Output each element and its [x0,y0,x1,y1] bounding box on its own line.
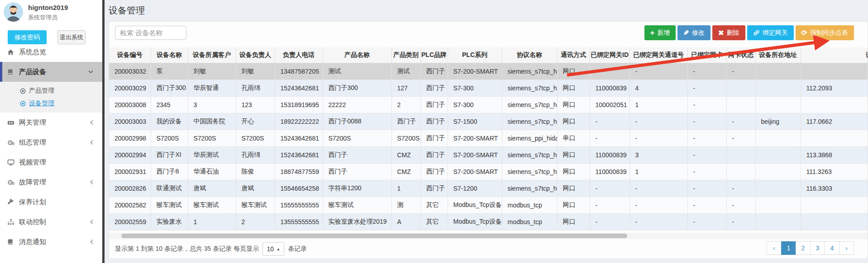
table-cell: siemens_s7tcp_hinet [502,163,557,180]
table-cell: 111.3263 [801,163,868,180]
table-cell: S7-1500 [448,113,502,130]
page-button-4[interactable]: 4 [825,241,839,255]
table-cell [801,96,868,113]
search-input[interactable] [115,26,186,40]
table-cell: 110000839 [590,146,630,163]
table-cell: 西门子 [420,180,448,197]
table-cell: - [590,63,630,80]
table-cell [801,130,868,146]
table-row[interactable]: 200002998S7200SS7200SS7200S15243642681S7… [109,130,868,146]
table-cell: 2 [391,96,420,113]
record-summary: 显示第 1 到第 10 条记录，总共 35 条记录 每页显示 10 ▲ 条记录 [115,239,307,259]
修改-button[interactable]: ✎修改 [677,25,711,40]
table-cell: CMZ [391,163,420,180]
table-row[interactable]: 2000030082345312315318919695222222西门子S7-… [109,96,868,113]
table-cell: 西门子8 [151,163,188,180]
table-cell: 华通石油 [188,163,236,180]
sidebar-item-保养计划[interactable]: 保养计划 [0,192,102,212]
table-cell: siemens_s7tcp_hinet [502,180,557,197]
table-cell: 西门子300 [323,80,391,96]
table-row[interactable]: 200002994西门子XI华辰测试孔雨绵15243642681西门子CMZ西门… [109,146,868,163]
sidebar-item-产品设备[interactable]: 产品设备 [0,62,102,82]
table-row[interactable]: 200002582猴车测试猴车测试猴车测试15555555555猴车测试测其它M… [109,197,868,213]
table-row[interactable]: 200002826联通测试唐斌唐斌15546654258字符串12001西门子S… [109,180,868,197]
column-header-负责人电话: 负责人电话 [275,47,323,63]
table-cell: S7-200-SMART [448,63,502,80]
table-cell: 3 [188,96,236,113]
table-row[interactable]: 200002559实验废水1213555555555实验室废水处理2019A其它… [109,213,868,230]
table-cell: - [630,197,687,213]
gears-icon: ⚙⚙ [7,179,19,186]
book-icon [7,69,19,75]
sidebar-item-视频管理[interactable]: 视频管理 [0,152,102,172]
horizontal-scrollbar-thumb[interactable] [121,234,627,238]
sidebar-menu: 系统总览产品设备产品管理设备管理网关管理⚙⚙组态管理视频管理⚙⚙故障管理保养计划… [0,42,102,252]
sync-icon: ⟳ [801,29,807,37]
chevron-left-icon [90,140,93,145]
sidebar-item-label: 消息通知 [19,238,46,246]
table-cell [755,197,801,213]
submenu-item-设备管理[interactable]: 设备管理 [0,97,102,110]
sidebar-item-联动控制[interactable]: 联动控制 [0,212,102,232]
table-cell: 西门子300 [151,80,188,96]
table-cell: 华辰测试 [188,146,236,163]
table-cell: S7-300 [448,96,502,113]
sidebar-item-故障管理[interactable]: ⚙⚙故障管理 [0,172,102,192]
table-cell: modbus_tcp [502,197,557,213]
page-size-dropdown[interactable]: 10 ▲ [262,242,284,256]
table-cell: 200002582 [109,197,151,213]
table-cell: 西门子0088 [323,113,391,130]
sidebar-divider [102,0,105,263]
table-cell: 4 [630,80,687,96]
table-cell: - [630,63,687,80]
sidebar-item-网关管理[interactable]: 网关管理 [0,113,102,132]
home-icon [7,49,19,56]
table-row[interactable]: 200003032泵刘敏刘敏13487587205测试测试西门子S7-200-S… [109,63,868,80]
table-cell: 网口 [557,180,590,197]
sidebar-item-消息通知[interactable]: 消息通知 [0,232,102,252]
table-cell: 中国国务院 [188,113,236,130]
table-cell: 猴车测试 [236,197,275,213]
table-cell: 我的设备 [151,113,188,130]
新增-button[interactable]: +新增 [644,25,676,40]
删除-button[interactable]: ✖删除 [712,25,745,40]
table-row[interactable]: 200003003我的设备中国国务院开心18922222222西门子0088西门… [109,113,868,130]
table-cell: 15243642681 [275,130,323,146]
table-cell: modbus_tcp [502,213,557,230]
table-cell: 唐斌 [236,180,275,197]
table-cell [755,163,801,180]
horizontal-scrollbar-track [109,233,868,239]
table-cell: 网口 [557,197,590,213]
page-button-2[interactable]: 2 [796,241,811,255]
button-label: 修改 [692,29,705,37]
强制同步点表-button[interactable]: ⟳强制同步点表 [796,25,854,40]
table-cell: - [590,113,630,130]
table-cell: siemens_s7tcp_hinet [502,63,557,80]
table-cell: 网口 [557,163,590,180]
table-row[interactable]: 200003029西门子300华辰智通孔雨绵15243642681西门子3001… [109,80,868,96]
table-cell: - [630,213,687,230]
chevron-left-icon [90,120,93,125]
table-cell: - [726,113,755,130]
table-cell: 2345 [151,96,188,113]
chevron-left-icon [90,180,93,185]
table-cell [726,163,755,180]
previous-page-button[interactable]: ‹ [767,241,782,255]
table-cell: - [687,113,726,130]
sidebar-item-label: 组态管理 [19,138,46,147]
table-cell: 116.3303 [801,180,868,197]
page-button-1[interactable]: 1 [781,241,796,255]
sidebar-item-组态管理[interactable]: ⚙⚙组态管理 [0,132,102,152]
table-cell: 实验废水 [151,213,188,230]
sidebar-item-label: 系统总览 [19,48,46,56]
page-button-3[interactable]: 3 [810,241,825,255]
table-cell: 15546654258 [275,180,323,197]
table-row[interactable]: 200002931西门子8华通石油陈俊18874877559西门子CMZ西门子S… [109,163,868,180]
绑定网关-button[interactable]: 绑定网关 [747,25,794,40]
submenu-item-产品管理[interactable]: 产品管理 [0,85,102,97]
table-cell: 联通测试 [151,180,188,197]
device-table: 设备编号设备名称设备所属客户设备负责人负责人电话产品名称产品类别PLC品牌PLC… [109,47,868,230]
table-cell: 1 [630,96,687,113]
sidebar-item-系统总览[interactable]: 系统总览 [0,42,102,62]
next-page-button[interactable]: › [839,241,854,255]
